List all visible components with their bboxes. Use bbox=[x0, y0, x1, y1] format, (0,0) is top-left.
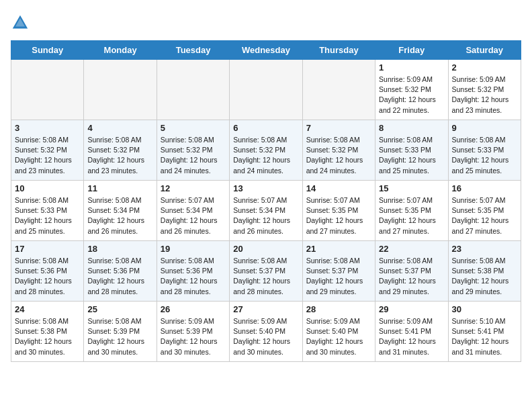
calendar-cell: 21Sunrise: 5:08 AM Sunset: 5:37 PM Dayli… bbox=[302, 241, 375, 302]
day-info: Sunrise: 5:08 AM Sunset: 5:33 PM Dayligh… bbox=[452, 135, 517, 176]
day-info: Sunrise: 5:09 AM Sunset: 5:32 PM Dayligh… bbox=[452, 75, 517, 116]
calendar-cell: 23Sunrise: 5:08 AM Sunset: 5:38 PM Dayli… bbox=[448, 241, 521, 302]
logo-icon bbox=[11, 13, 30, 32]
day-number: 6 bbox=[233, 123, 298, 133]
day-info: Sunrise: 5:09 AM Sunset: 5:39 PM Dayligh… bbox=[161, 316, 226, 357]
day-number: 19 bbox=[161, 244, 226, 254]
day-number: 9 bbox=[452, 123, 517, 133]
calendar-week-4: 17Sunrise: 5:08 AM Sunset: 5:36 PM Dayli… bbox=[11, 241, 521, 302]
day-header-thursday: Thursday bbox=[302, 41, 375, 60]
day-number: 24 bbox=[15, 304, 80, 314]
calendar-cell: 11Sunrise: 5:08 AM Sunset: 5:34 PM Dayli… bbox=[84, 181, 157, 241]
day-info: Sunrise: 5:07 AM Sunset: 5:35 PM Dayligh… bbox=[379, 195, 444, 236]
calendar-cell: 18Sunrise: 5:08 AM Sunset: 5:36 PM Dayli… bbox=[84, 241, 157, 302]
calendar-cell bbox=[11, 60, 84, 120]
day-number: 16 bbox=[452, 183, 517, 193]
day-number: 1 bbox=[379, 62, 444, 73]
calendar-cell: 27Sunrise: 5:09 AM Sunset: 5:40 PM Dayli… bbox=[230, 302, 302, 362]
day-info: Sunrise: 5:08 AM Sunset: 5:37 PM Dayligh… bbox=[306, 256, 371, 297]
calendar-cell: 3Sunrise: 5:08 AM Sunset: 5:32 PM Daylig… bbox=[11, 120, 84, 181]
day-info: Sunrise: 5:09 AM Sunset: 5:41 PM Dayligh… bbox=[379, 316, 444, 357]
calendar-week-3: 10Sunrise: 5:08 AM Sunset: 5:33 PM Dayli… bbox=[11, 181, 521, 241]
day-info: Sunrise: 5:09 AM Sunset: 5:32 PM Dayligh… bbox=[379, 75, 444, 116]
calendar-cell: 19Sunrise: 5:08 AM Sunset: 5:36 PM Dayli… bbox=[157, 241, 229, 302]
day-info: Sunrise: 5:08 AM Sunset: 5:37 PM Dayligh… bbox=[379, 256, 444, 297]
day-number: 4 bbox=[87, 123, 152, 133]
day-header-friday: Friday bbox=[375, 41, 448, 60]
calendar-cell: 20Sunrise: 5:08 AM Sunset: 5:37 PM Dayli… bbox=[230, 241, 302, 302]
day-number: 14 bbox=[306, 183, 371, 193]
day-number: 21 bbox=[306, 244, 371, 254]
day-info: Sunrise: 5:08 AM Sunset: 5:38 PM Dayligh… bbox=[15, 316, 80, 357]
calendar-cell: 15Sunrise: 5:07 AM Sunset: 5:35 PM Dayli… bbox=[375, 181, 448, 241]
logo bbox=[11, 11, 32, 32]
day-info: Sunrise: 5:08 AM Sunset: 5:38 PM Dayligh… bbox=[452, 256, 517, 297]
day-header-tuesday: Tuesday bbox=[157, 41, 229, 60]
day-info: Sunrise: 5:08 AM Sunset: 5:32 PM Dayligh… bbox=[15, 135, 80, 176]
day-number: 23 bbox=[452, 244, 517, 254]
calendar-cell: 17Sunrise: 5:08 AM Sunset: 5:36 PM Dayli… bbox=[11, 241, 84, 302]
day-header-saturday: Saturday bbox=[448, 41, 521, 60]
day-info: Sunrise: 5:08 AM Sunset: 5:33 PM Dayligh… bbox=[379, 135, 444, 176]
day-number: 5 bbox=[161, 123, 226, 133]
day-number: 27 bbox=[233, 304, 298, 314]
day-header-sunday: Sunday bbox=[11, 41, 84, 60]
day-number: 28 bbox=[306, 304, 371, 314]
day-number: 13 bbox=[233, 183, 298, 193]
day-info: Sunrise: 5:09 AM Sunset: 5:40 PM Dayligh… bbox=[306, 316, 371, 357]
calendar-week-5: 24Sunrise: 5:08 AM Sunset: 5:38 PM Dayli… bbox=[11, 302, 521, 362]
day-number: 3 bbox=[15, 123, 80, 133]
day-info: Sunrise: 5:07 AM Sunset: 5:34 PM Dayligh… bbox=[161, 195, 226, 236]
calendar-cell: 6Sunrise: 5:08 AM Sunset: 5:32 PM Daylig… bbox=[230, 120, 302, 181]
calendar-cell bbox=[157, 60, 229, 120]
calendar-week-2: 3Sunrise: 5:08 AM Sunset: 5:32 PM Daylig… bbox=[11, 120, 521, 181]
day-number: 18 bbox=[87, 244, 152, 254]
calendar-cell: 10Sunrise: 5:08 AM Sunset: 5:33 PM Dayli… bbox=[11, 181, 84, 241]
day-info: Sunrise: 5:09 AM Sunset: 5:40 PM Dayligh… bbox=[233, 316, 298, 357]
calendar-cell: 13Sunrise: 5:07 AM Sunset: 5:34 PM Dayli… bbox=[230, 181, 302, 241]
calendar-week-1: 1Sunrise: 5:09 AM Sunset: 5:32 PM Daylig… bbox=[11, 60, 521, 120]
calendar-cell: 12Sunrise: 5:07 AM Sunset: 5:34 PM Dayli… bbox=[157, 181, 229, 241]
day-info: Sunrise: 5:08 AM Sunset: 5:36 PM Dayligh… bbox=[87, 256, 152, 297]
calendar-cell: 14Sunrise: 5:07 AM Sunset: 5:35 PM Dayli… bbox=[302, 181, 375, 241]
day-info: Sunrise: 5:08 AM Sunset: 5:32 PM Dayligh… bbox=[87, 135, 152, 176]
day-info: Sunrise: 5:08 AM Sunset: 5:32 PM Dayligh… bbox=[306, 135, 371, 176]
calendar-cell bbox=[84, 60, 157, 120]
calendar-cell: 24Sunrise: 5:08 AM Sunset: 5:38 PM Dayli… bbox=[11, 302, 84, 362]
calendar-cell: 5Sunrise: 5:08 AM Sunset: 5:32 PM Daylig… bbox=[157, 120, 229, 181]
day-info: Sunrise: 5:08 AM Sunset: 5:36 PM Dayligh… bbox=[161, 256, 226, 297]
day-info: Sunrise: 5:07 AM Sunset: 5:35 PM Dayligh… bbox=[452, 195, 517, 236]
day-info: Sunrise: 5:07 AM Sunset: 5:34 PM Dayligh… bbox=[233, 195, 298, 236]
calendar: SundayMondayTuesdayWednesdayThursdayFrid… bbox=[11, 40, 521, 362]
day-number: 29 bbox=[379, 304, 444, 314]
day-info: Sunrise: 5:08 AM Sunset: 5:37 PM Dayligh… bbox=[233, 256, 298, 297]
calendar-cell: 1Sunrise: 5:09 AM Sunset: 5:32 PM Daylig… bbox=[375, 60, 448, 120]
calendar-cell: 22Sunrise: 5:08 AM Sunset: 5:37 PM Dayli… bbox=[375, 241, 448, 302]
day-number: 2 bbox=[452, 62, 517, 73]
calendar-cell: 9Sunrise: 5:08 AM Sunset: 5:33 PM Daylig… bbox=[448, 120, 521, 181]
day-number: 7 bbox=[306, 123, 371, 133]
calendar-cell: 4Sunrise: 5:08 AM Sunset: 5:32 PM Daylig… bbox=[84, 120, 157, 181]
calendar-cell: 29Sunrise: 5:09 AM Sunset: 5:41 PM Dayli… bbox=[375, 302, 448, 362]
day-info: Sunrise: 5:08 AM Sunset: 5:33 PM Dayligh… bbox=[15, 195, 80, 236]
calendar-cell: 30Sunrise: 5:10 AM Sunset: 5:41 PM Dayli… bbox=[448, 302, 521, 362]
day-info: Sunrise: 5:08 AM Sunset: 5:32 PM Dayligh… bbox=[233, 135, 298, 176]
calendar-cell: 28Sunrise: 5:09 AM Sunset: 5:40 PM Dayli… bbox=[302, 302, 375, 362]
day-info: Sunrise: 5:08 AM Sunset: 5:39 PM Dayligh… bbox=[87, 316, 152, 357]
day-number: 15 bbox=[379, 183, 444, 193]
day-info: Sunrise: 5:08 AM Sunset: 5:32 PM Dayligh… bbox=[161, 135, 226, 176]
calendar-cell bbox=[302, 60, 375, 120]
calendar-cell: 26Sunrise: 5:09 AM Sunset: 5:39 PM Dayli… bbox=[157, 302, 229, 362]
day-number: 22 bbox=[379, 244, 444, 254]
calendar-cell bbox=[230, 60, 302, 120]
calendar-cell: 2Sunrise: 5:09 AM Sunset: 5:32 PM Daylig… bbox=[448, 60, 521, 120]
day-number: 8 bbox=[379, 123, 444, 133]
calendar-cell: 7Sunrise: 5:08 AM Sunset: 5:32 PM Daylig… bbox=[302, 120, 375, 181]
calendar-header-row: SundayMondayTuesdayWednesdayThursdayFrid… bbox=[11, 41, 521, 60]
day-number: 10 bbox=[15, 183, 80, 193]
page-header bbox=[11, 11, 521, 32]
calendar-cell: 25Sunrise: 5:08 AM Sunset: 5:39 PM Dayli… bbox=[84, 302, 157, 362]
calendar-cell: 8Sunrise: 5:08 AM Sunset: 5:33 PM Daylig… bbox=[375, 120, 448, 181]
day-info: Sunrise: 5:07 AM Sunset: 5:35 PM Dayligh… bbox=[306, 195, 371, 236]
day-number: 12 bbox=[161, 183, 226, 193]
